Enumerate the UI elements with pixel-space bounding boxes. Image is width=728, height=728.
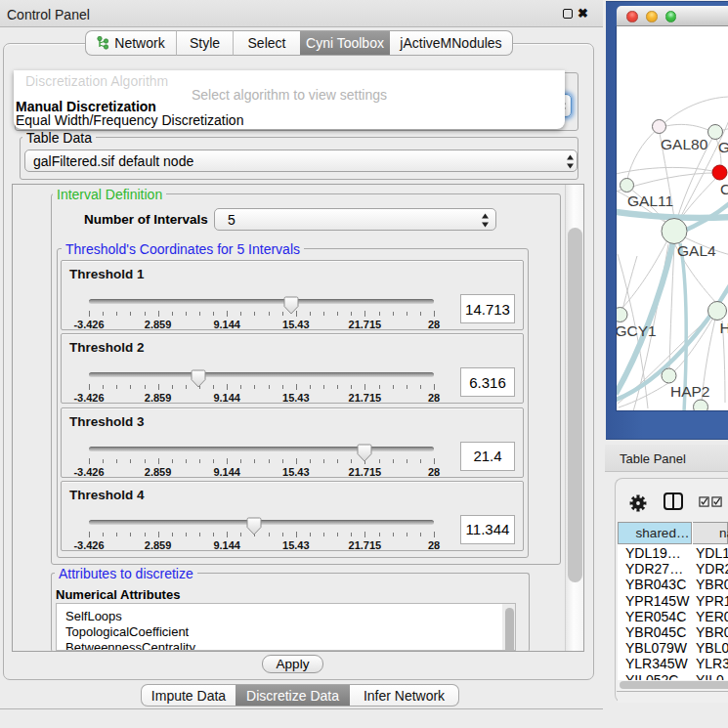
svg-text:GAL4: GAL4 [677, 242, 716, 259]
svg-text:HAP2: HAP2 [670, 383, 710, 400]
svg-text:GAL11: GAL11 [627, 193, 673, 209]
svg-text:C: C [720, 181, 728, 197]
svg-text:GA: GA [718, 139, 728, 155]
svg-text:GAL80: GAL80 [661, 136, 708, 152]
svg-text:GCY1: GCY1 [617, 322, 657, 339]
svg-text:HI: HI [720, 320, 728, 336]
